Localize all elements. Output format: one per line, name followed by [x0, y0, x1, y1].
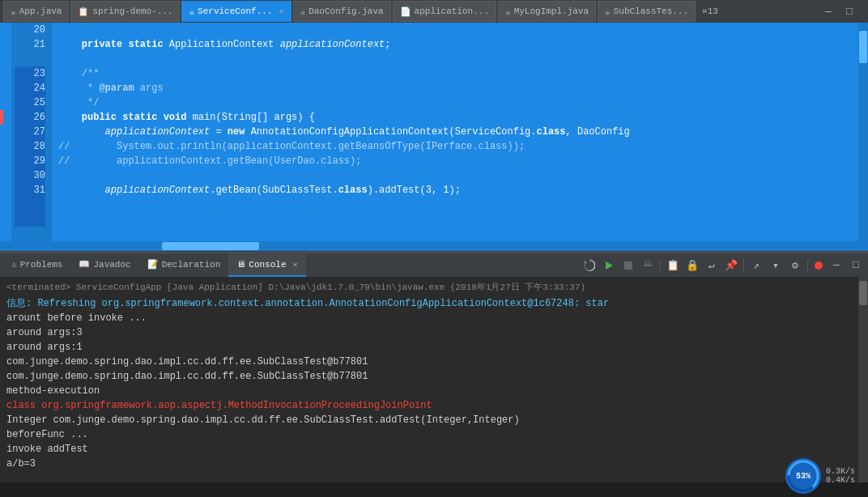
- code-line-25: */: [58, 96, 852, 110]
- console-line-9: beforeFunc ...: [6, 427, 852, 442]
- java-icon: ☕: [11, 6, 16, 17]
- file-icon: 📋: [78, 6, 89, 17]
- console-line-11: a/b=3: [6, 457, 852, 471]
- editor-tab-bar: ☕ App.java 📋 spring-demo-... ☕ ServiceCo…: [0, 0, 868, 23]
- network-percent: 53%: [796, 472, 811, 481]
- stop-button[interactable]: [619, 257, 637, 274]
- word-wrap-button[interactable]: ↵: [703, 257, 721, 274]
- tab-mylogimpl[interactable]: ☕ MyLogImpl.java: [498, 1, 596, 22]
- code-line-extra2: [58, 212, 852, 227]
- divider-2: [743, 259, 744, 272]
- console-dropdown-button[interactable]: ▾: [767, 257, 785, 274]
- network-speeds: 0.3K/s 0.4K/s: [826, 467, 855, 485]
- code-line-31: applicationContext.getBean(SubClassTest.…: [58, 183, 852, 198]
- console-output: <terminated> ServiceConfigApp [Java Appl…: [0, 277, 858, 482]
- relaunch-button[interactable]: [581, 257, 598, 274]
- console-line-3: around args:1: [6, 340, 852, 355]
- console-line-1: arount before invoke ...: [6, 311, 852, 325]
- editor-vscrollbar[interactable]: [858, 23, 868, 241]
- java-icon-4: ☕: [505, 6, 511, 17]
- copy-output-button[interactable]: 📋: [664, 257, 682, 274]
- code-line-30: [58, 168, 852, 183]
- upload-speed: 0.4K/s: [826, 476, 855, 485]
- code-line-23: /**: [58, 66, 852, 81]
- open-console-button[interactable]: ↗: [747, 257, 765, 274]
- tab-serviceconf[interactable]: ☕ ServiceConf... ✕: [181, 1, 291, 22]
- maximize-bottom-button[interactable]: □: [847, 257, 865, 274]
- tab-subclasstest[interactable]: ☕ SubClassTes...: [598, 1, 696, 22]
- console-terminated-line: <terminated> ServiceConfigApp [Java Appl…: [6, 280, 852, 295]
- download-speed: 0.3K/s: [826, 467, 855, 476]
- declaration-icon: 📝: [147, 259, 159, 270]
- minimize-editor-button[interactable]: —: [819, 2, 837, 20]
- svg-rect-2: [644, 265, 652, 266]
- code-line-29: // applicationContext.getBean(UserDao.cl…: [58, 154, 852, 168]
- tab-close-serviceconf[interactable]: ✕: [279, 6, 284, 16]
- code-line-28: // System.out.println(applicationContext…: [58, 139, 852, 154]
- svg-marker-0: [606, 261, 613, 270]
- tab-app[interactable]: ☕ App.java: [3, 1, 69, 22]
- java-icon-5: ☕: [605, 6, 611, 17]
- console-scroll: <terminated> ServiceConfigApp [Java Appl…: [0, 277, 868, 482]
- java-icon-3: ☕: [300, 6, 306, 17]
- main-container: ☕ App.java 📋 spring-demo-... ☕ ServiceCo…: [0, 0, 868, 497]
- bottom-tab-bar: ⚠ Problems 📖 Javadoc 📝 Declaration 🖥 Con…: [0, 253, 868, 277]
- javadoc-icon: 📖: [79, 259, 90, 270]
- network-status: 53% 0.3K/s 0.4K/s: [785, 458, 855, 494]
- console-line-0: 信息: Refreshing org.springframework.conte…: [6, 296, 852, 311]
- code-line-20: [58, 23, 852, 37]
- code-view: 20 21 23 24 25 26 27 28 29 30 31 pri: [0, 23, 868, 241]
- network-meter: 53%: [785, 458, 821, 494]
- editor-vscrollbar-thumb[interactable]: [859, 31, 867, 63]
- console-line-5: com.junge.demo.spring.dao.impl.cc.dd.ff.…: [6, 369, 852, 384]
- tab-declaration[interactable]: 📝 Declaration: [139, 254, 229, 277]
- tab-problems[interactable]: ⚠ Problems: [3, 254, 70, 277]
- console-line-8: Integer com.junge.demo.spring.dao.impl.c…: [6, 413, 852, 427]
- divider-1: [660, 259, 661, 272]
- console-line-4: com.junge.demo.spring.dao.impl.cc.dd.ff.…: [6, 355, 852, 369]
- console-settings-button[interactable]: ⚙: [786, 257, 804, 274]
- console-line-6: method-execution: [6, 384, 852, 398]
- console-actions: 📋 🔒 ↵ 📌 ↗ ▾ ⚙ — □: [581, 257, 865, 274]
- tab-javadoc[interactable]: 📖 Javadoc: [70, 254, 138, 277]
- editor-hscrollbar[interactable]: [0, 241, 868, 251]
- remove-terminated-button[interactable]: [639, 257, 657, 274]
- scroll-lock-button[interactable]: 🔒: [683, 257, 701, 274]
- code-lines[interactable]: private static ApplicationContext applic…: [52, 23, 858, 241]
- code-line-26: public static void main(String[] args) {: [58, 110, 852, 125]
- left-gutter: [0, 23, 11, 241]
- properties-icon: 📄: [400, 6, 411, 17]
- console-line-2: around args:3: [6, 325, 852, 340]
- line-numbers: 20 21 23 24 25 26 27 28 29 30 31: [11, 23, 52, 241]
- problems-icon: ⚠: [11, 259, 17, 270]
- console-vscrollbar-thumb[interactable]: [859, 281, 867, 305]
- code-line-27: applicationContext = new AnnotationConfi…: [58, 125, 852, 139]
- error-indicator: [815, 261, 823, 270]
- code-line-21: private static ApplicationContext applic…: [58, 37, 852, 52]
- overflow-tabs-button[interactable]: » 13: [697, 6, 723, 16]
- minimize-bottom-button[interactable]: —: [828, 257, 845, 274]
- console-tab-close[interactable]: ✕: [293, 260, 298, 270]
- tab-spring-demo[interactable]: 📋 spring-demo-...: [70, 1, 180, 22]
- tab-application[interactable]: 📄 application...: [393, 1, 496, 22]
- overflow-chevron-icon: »: [702, 6, 708, 16]
- console-line-7: class org.springframework.aop.aspectj.Me…: [6, 398, 852, 413]
- console-icon: 🖥: [236, 259, 245, 270]
- console-vscrollbar[interactable]: [858, 277, 868, 482]
- console-line-10: invoke addTest: [6, 442, 852, 457]
- editor-hscrollbar-thumb[interactable]: [162, 242, 259, 250]
- pin-button[interactable]: 📌: [722, 257, 740, 274]
- maximize-editor-button[interactable]: □: [840, 2, 858, 20]
- code-line-24: * @param args: [58, 81, 852, 96]
- divider-3: [807, 259, 808, 272]
- code-line-extra1: [58, 198, 852, 212]
- code-line-empty: [58, 52, 852, 66]
- bottom-panel: ⚠ Problems 📖 Javadoc 📝 Declaration 🖥 Con…: [0, 251, 868, 482]
- run-button[interactable]: [600, 257, 618, 274]
- svg-rect-1: [624, 261, 632, 270]
- tab-console[interactable]: 🖥 Console ✕: [228, 254, 305, 277]
- java-icon-2: ☕: [189, 6, 194, 17]
- tab-daoconfig[interactable]: ☕ DaoConfig.java: [293, 1, 391, 22]
- code-editor: 20 21 23 24 25 26 27 28 29 30 31 pri: [0, 23, 868, 251]
